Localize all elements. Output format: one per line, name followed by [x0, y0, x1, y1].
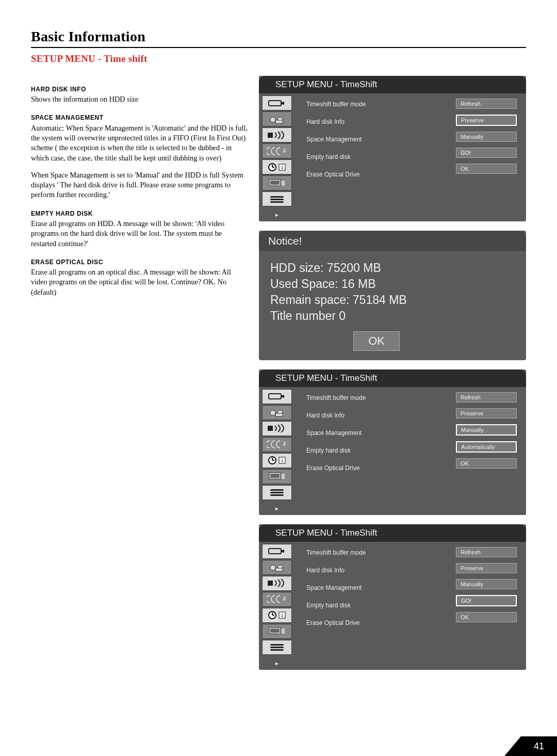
moon-icon[interactable] [262, 592, 292, 607]
value-go[interactable]: GO! [456, 148, 517, 158]
value-preserve[interactable]: Preserve [456, 563, 517, 573]
svg-rect-5 [275, 120, 283, 123]
value-manually-selected[interactable]: Manually [456, 424, 517, 436]
osd-panel-2: SETUP MENU - TimeShift 1 Timeshift buffe… [259, 369, 526, 515]
value-manually[interactable]: Manually [456, 132, 517, 142]
menu-item-empty-hard-disk[interactable]: Empty hard disk [306, 447, 453, 454]
value-ok[interactable]: OK [456, 164, 517, 174]
svg-rect-24 [268, 426, 273, 431]
svg-rect-2 [283, 102, 284, 105]
value-preserve[interactable]: Preserve [456, 408, 517, 419]
svg-rect-50 [282, 629, 285, 634]
svg-rect-14 [282, 181, 285, 186]
value-manually[interactable]: Manually [456, 579, 517, 589]
menu-item-space-management[interactable]: Space Management [306, 136, 453, 143]
heading-space-management: SPACE MANAGEMENT [31, 114, 248, 122]
monitor-icon[interactable] [262, 175, 292, 190]
audio-icon[interactable] [262, 421, 292, 436]
menu-item-space-management[interactable]: Space Management [306, 429, 453, 437]
value-go-selected[interactable]: GO! [456, 595, 517, 606]
explanatory-text: HARD DISK INFO Shows the information on … [31, 76, 248, 679]
svg-point-39 [270, 565, 275, 570]
menu-item-empty-hard-disk[interactable]: Empty hard disk [306, 153, 453, 160]
svg-rect-52 [270, 647, 284, 648]
text-empty-hard-disk: Erase all programs on HDD. A message wil… [31, 219, 248, 249]
notice-hdd-size: HDD size: 75200 MB [270, 260, 515, 276]
menu-item-hard-disk-info[interactable]: Hard disk Info [306, 412, 453, 419]
svg-rect-34 [270, 492, 284, 493]
tuner-icon[interactable] [262, 544, 292, 559]
menu-item-buffer-mode[interactable]: Timeshift buffer mode [306, 394, 453, 401]
osd-panel-1: SETUP MENU - TimeShift 1 Timeshift buffe… [259, 76, 526, 221]
value-refresh[interactable]: Refresh [456, 99, 517, 109]
osd-icon-column: 1 [259, 387, 295, 503]
svg-rect-31 [270, 474, 280, 478]
notice-used-space: Used Space: 16 MB [270, 276, 515, 292]
camera-icon[interactable] [262, 405, 292, 420]
stack-icon[interactable] [262, 191, 292, 206]
notice-title-number: Title number 0 [270, 308, 515, 324]
svg-point-3 [270, 117, 275, 122]
monitor-icon[interactable] [262, 469, 292, 484]
svg-point-21 [270, 410, 275, 415]
svg-rect-15 [270, 196, 284, 198]
notice-ok-button[interactable]: OK [353, 331, 400, 351]
svg-rect-38 [283, 550, 284, 553]
section-subtitle: SETUP MENU - Time shift [31, 53, 526, 65]
notice-remain-space: Remain space: 75184 MB [270, 292, 515, 308]
svg-rect-0 [269, 101, 281, 106]
menu-item-erase-optical[interactable]: Erase Optical Drive [306, 171, 453, 178]
osd-arrow-icon: ▸ [259, 503, 295, 515]
osd-icon-column: 1 [259, 542, 295, 658]
clock-icon[interactable]: 1 [262, 453, 292, 468]
svg-rect-1 [281, 102, 283, 104]
menu-item-space-management[interactable]: Space Management [306, 584, 453, 591]
osd-title: SETUP MENU - TimeShift [259, 524, 526, 542]
osd-arrow-icon: ▸ [259, 658, 295, 670]
value-refresh[interactable]: Refresh [456, 392, 517, 403]
text-space-management-1: Automatic: When Space Management is 'Aut… [31, 123, 248, 163]
tuner-icon[interactable] [262, 389, 292, 404]
svg-rect-17 [270, 201, 284, 203]
svg-rect-19 [281, 395, 283, 397]
clock-icon[interactable]: 1 [262, 159, 292, 174]
monitor-icon[interactable] [262, 624, 292, 639]
text-hard-disk-info: Shows the information on HDD size [31, 94, 248, 104]
page-title: Basic Information [31, 28, 526, 48]
moon-icon[interactable] [262, 437, 292, 452]
text-space-management-2: When Space Management is set to 'Manual'… [31, 170, 248, 200]
svg-rect-6 [268, 133, 273, 138]
value-automatically-selected[interactable]: Automatically [456, 441, 517, 453]
menu-item-erase-optical[interactable]: Erase Optical Drive [306, 619, 453, 626]
value-refresh[interactable]: Refresh [456, 547, 517, 557]
osd-title: SETUP MENU - TimeShift [259, 76, 526, 93]
svg-rect-16 [270, 199, 284, 200]
tuner-icon[interactable] [262, 95, 292, 110]
menu-item-buffer-mode[interactable]: Timeshift buffer mode [306, 549, 453, 556]
value-preserve-selected[interactable]: Preserve [456, 115, 517, 126]
menu-item-hard-disk-info[interactable]: Hard disk Info [306, 567, 453, 574]
menu-item-hard-disk-info[interactable]: Hard disk Info [306, 118, 453, 125]
menu-item-empty-hard-disk[interactable]: Empty hard disk [306, 602, 453, 609]
svg-rect-18 [269, 394, 281, 399]
svg-rect-23 [275, 413, 283, 416]
svg-rect-32 [282, 474, 285, 479]
heading-erase-optical-disc: ERASE OPTICAL DISC [31, 258, 248, 266]
value-ok[interactable]: OK [456, 458, 517, 469]
svg-rect-33 [270, 489, 284, 491]
moon-icon[interactable] [262, 143, 292, 158]
stack-icon[interactable] [262, 640, 292, 655]
svg-rect-51 [270, 644, 284, 646]
audio-icon[interactable] [262, 127, 292, 142]
value-ok[interactable]: OK [456, 612, 517, 622]
svg-rect-41 [275, 568, 283, 571]
stack-icon[interactable] [262, 485, 292, 500]
notice-dialog: Notice! HDD size: 75200 MB Used Space: 1… [259, 231, 526, 360]
menu-item-erase-optical[interactable]: Erase Optical Drive [306, 464, 453, 472]
audio-icon[interactable] [262, 576, 292, 591]
menu-item-buffer-mode[interactable]: Timeshift buffer mode [306, 101, 453, 108]
heading-hard-disk-info: HARD DISK INFO [31, 85, 248, 93]
clock-icon[interactable]: 1 [262, 608, 292, 623]
camera-icon[interactable] [262, 560, 292, 575]
camera-icon[interactable] [262, 111, 292, 126]
